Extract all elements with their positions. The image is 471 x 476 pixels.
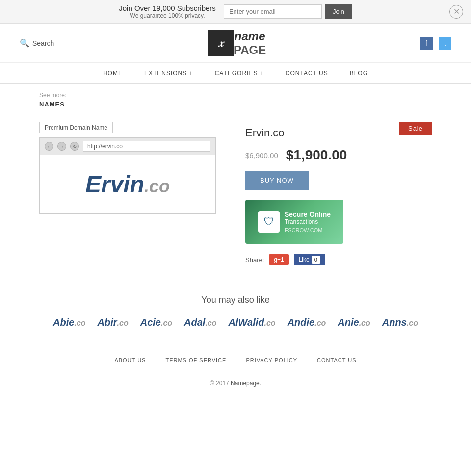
logo-name: name — [234, 29, 266, 43]
header: 🔍 Search 𝑥 name PAGE f t — [0, 24, 471, 63]
footer-about[interactable]: ABOUT US — [114, 357, 146, 363]
domain-item[interactable]: Andie.co — [288, 317, 326, 328]
sale-price: $1,900.00 — [286, 147, 347, 163]
domain-item[interactable]: Anns.co — [382, 317, 418, 328]
see-more-label: See more: — [39, 92, 432, 99]
escrow-secure: Secure Online — [285, 211, 331, 218]
fb-like-label: Like — [299, 256, 310, 263]
logo-page: PAGE — [234, 43, 266, 57]
browser-bar: ← → ↻ http://ervin.co — [40, 138, 215, 155]
back-button[interactable]: ← — [45, 142, 53, 151]
domain-item[interactable]: AlWalid.co — [229, 317, 276, 328]
domain-grid: Abie.coAbir.coAcie.coAdal.coAlWalid.coAn… — [20, 317, 451, 328]
names-link[interactable]: NAMES — [39, 101, 65, 108]
nav-home[interactable]: HOME — [92, 63, 133, 83]
email-input[interactable] — [224, 4, 322, 19]
domain-display: Ervin.co — [85, 171, 170, 198]
escrow-shield-icon: 🛡 — [258, 211, 280, 233]
product-label: Premium Domain Name — [39, 122, 113, 133]
sale-badge: Sale — [399, 122, 432, 135]
original-price: $6,900.00 — [245, 151, 278, 159]
footer-terms[interactable]: TERMS OF SERVICE — [165, 357, 226, 363]
escrow-com: ESCROW.COM — [285, 227, 331, 233]
top-banner: Join Over 19,000 Subscribers We guarante… — [0, 0, 471, 24]
main-content: Premium Domain Name ← → ↻ http://ervin.c… — [0, 112, 471, 285]
banner-headline: Join Over 19,000 Subscribers — [119, 4, 216, 12]
product-info: Ervin.co $6,900.00 $1,900.00 BUY NOW 🛡 S… — [245, 122, 432, 265]
share-label: Share: — [245, 256, 264, 264]
copy-brand[interactable]: Namepage — [231, 380, 260, 387]
main-nav: HOME EXTENSIONS + CATEGORIES + CONTACT U… — [0, 63, 471, 84]
social-icons: f t — [420, 37, 451, 50]
buy-now-button[interactable]: BUY NOW — [245, 171, 309, 190]
search-label: Search — [32, 39, 54, 47]
join-button[interactable]: Join — [325, 4, 352, 19]
logo-area[interactable]: 𝑥 name PAGE — [208, 29, 266, 56]
refresh-button[interactable]: ↻ — [70, 142, 79, 151]
nav-blog[interactable]: BLOG — [339, 63, 379, 83]
logo-box: 𝑥 name PAGE — [208, 29, 266, 56]
product-image-area: Premium Domain Name ← → ↻ http://ervin.c… — [39, 122, 226, 214]
email-form: Join — [224, 4, 352, 19]
escrow-text: Secure Online Transactions ESCROW.COM — [285, 211, 331, 233]
banner-subtext: We guarantee 100% privacy. — [119, 12, 216, 19]
price-area: $6,900.00 $1,900.00 — [245, 147, 432, 163]
banner-text: Join Over 19,000 Subscribers We guarante… — [119, 4, 216, 19]
escrow-transactions: Transactions — [285, 218, 331, 225]
share-area: Share: g+1 Like 0 — [245, 254, 432, 265]
domain-item[interactable]: Adal.co — [184, 317, 216, 328]
domain-item[interactable]: Abir.co — [98, 317, 129, 328]
domain-ext: .co — [144, 176, 170, 196]
nav-contact[interactable]: CONTACT US — [275, 63, 339, 83]
google-plus-button[interactable]: g+1 — [269, 254, 288, 265]
footer-copyright: © 2017 Namepage. — [0, 372, 471, 395]
footer-contact[interactable]: CONTACT US — [317, 357, 357, 363]
like-count: 0 — [312, 256, 320, 264]
search-area[interactable]: 🔍 Search — [20, 38, 54, 48]
copy-year: © 2017 — [210, 380, 229, 387]
breadcrumb: See more: NAMES — [0, 84, 471, 112]
copy-dot: . — [260, 380, 261, 387]
also-like-section: You may also like Abie.coAbir.coAcie.coA… — [0, 285, 471, 348]
product-container: Premium Domain Name ← → ↻ http://ervin.c… — [39, 122, 432, 265]
domain-item[interactable]: Acie.co — [140, 317, 172, 328]
twitter-icon[interactable]: t — [439, 37, 451, 50]
escrow-box[interactable]: 🛡 Secure Online Transactions ESCROW.COM — [245, 200, 343, 244]
logo-text: name PAGE — [234, 29, 266, 56]
logo-icon: 𝑥 — [208, 30, 234, 56]
browser-url: http://ervin.co — [83, 141, 210, 152]
facebook-like-button[interactable]: Like 0 — [294, 254, 325, 265]
footer-links: ABOUT US TERMS OF SERVICE PRIVACY POLICY… — [0, 348, 471, 372]
nav-extensions[interactable]: EXTENSIONS + — [133, 63, 204, 83]
also-like-title: You may also like — [20, 295, 451, 305]
nav-categories[interactable]: CATEGORIES + — [204, 63, 275, 83]
domain-main: Ervin — [85, 171, 144, 197]
domain-item[interactable]: Abie.co — [53, 317, 85, 328]
forward-button[interactable]: → — [57, 142, 66, 151]
close-banner-button[interactable]: ✕ — [449, 5, 463, 19]
facebook-icon[interactable]: f — [420, 37, 433, 50]
footer-privacy[interactable]: PRIVACY POLICY — [246, 357, 297, 363]
browser-mockup: ← → ↻ http://ervin.co Ervin.co — [39, 137, 216, 214]
domain-item[interactable]: Anie.co — [338, 317, 370, 328]
browser-content: Ervin.co — [40, 155, 215, 213]
search-icon: 🔍 — [20, 38, 29, 48]
